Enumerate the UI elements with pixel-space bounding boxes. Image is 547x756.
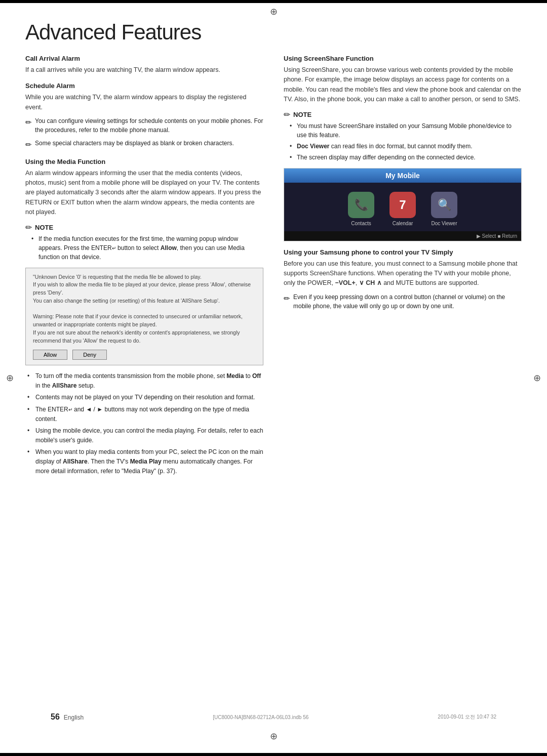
- samsung-phone-body: Before you can use this feature, you mus…: [284, 259, 522, 288]
- media-note-block: ✏ NOTE If the media function executes fo…: [25, 223, 263, 262]
- media-note-label: NOTE: [35, 224, 53, 231]
- screenshare-note-3: The screen display may differ depending …: [290, 153, 522, 162]
- call-arrival-alarm-body: If a call arrives while you are watching…: [25, 65, 263, 75]
- screenshare-note-label: NOTE: [293, 111, 311, 118]
- calendar-icon: 7: [389, 192, 416, 218]
- footer-file: [UC8000-NA]BN68-02712A-06L03.indb 56: [213, 715, 308, 720]
- footer-date: 2010-09-01 오전 10:47 32: [438, 713, 496, 721]
- mobile-icon-docviewer: 🔍 Doc Viewer: [431, 192, 457, 226]
- media-bullet-5: When you want to play media contents fro…: [27, 447, 263, 476]
- dialog-line5: Warning: Please note that if your device…: [33, 313, 256, 329]
- page-language: English: [64, 714, 84, 721]
- top-border: [0, 0, 547, 3]
- page-footer: 56 English [UC8000-NA]BN68-02712A-06L03.…: [51, 712, 496, 722]
- my-mobile-box: My Mobile 📞 Contacts 7 Calendar 🔍 Doc Vi…: [284, 168, 522, 241]
- screenshare-body: Using ScreenShare, you can browse variou…: [284, 65, 522, 105]
- dialog-buttons: Allow Deny: [33, 350, 256, 360]
- docviewer-icon: 🔍: [431, 192, 457, 218]
- left-column: Call Arrival Alarm If a call arrives whi…: [25, 55, 263, 480]
- media-bullet-3: The ENTER↵ and ◄ / ► buttons may not wor…: [27, 405, 263, 424]
- media-bullet-1: To turn off the media contents transmiss…: [27, 371, 263, 390]
- docviewer-label: Doc Viewer: [432, 221, 457, 226]
- screenshare-title: Using ScreenShare Function: [284, 55, 522, 62]
- media-note-list: If the media function executes for the f…: [25, 234, 263, 262]
- pencil-icon-2: ✏: [25, 139, 32, 151]
- content-wrapper: Advanced Features Call Arrival Alarm If …: [25, 15, 522, 731]
- screenshare-note-header: ✏ NOTE: [284, 110, 522, 119]
- schedule-alarm-body: While you are watching TV, the alarm win…: [25, 93, 263, 112]
- allow-button[interactable]: Allow: [33, 350, 67, 360]
- pencil-note-schedule-1: ✏ You can configure viewing settings for…: [25, 116, 263, 135]
- call-arrival-alarm-title: Call Arrival Alarm: [25, 55, 263, 62]
- media-bullet-4: Using the mobile device, you can control…: [27, 426, 263, 445]
- media-note-item-1: If the media function executes for the f…: [31, 234, 263, 262]
- schedule-alarm-title: Schedule Alarm: [25, 82, 263, 90]
- two-col-layout: Call Arrival Alarm If a call arrives whi…: [25, 55, 522, 480]
- pencil-icon-samsung: ✏: [284, 293, 290, 311]
- media-bullet-list: To turn off the media contents transmiss…: [25, 371, 263, 476]
- dialog-line6: If you are not sure about the network's …: [33, 329, 256, 345]
- dialog-line2: If you wish to allow the media file to b…: [33, 281, 256, 297]
- pencil-note-schedule-2-text: Some special characters may be displayed…: [35, 139, 234, 151]
- contacts-icon: 📞: [348, 192, 374, 218]
- using-media-body: An alarm window appears informing the us…: [25, 169, 263, 218]
- using-media-title: Using the Media Function: [25, 158, 263, 165]
- page-title: Advanced Features: [25, 20, 522, 45]
- page-number: 56: [51, 712, 60, 722]
- reg-mark-right: ⊕: [533, 372, 541, 384]
- note-icon-right: ✏: [284, 110, 290, 119]
- screenshare-note-list: You must have ScreenShare installed on y…: [284, 121, 522, 162]
- calendar-label: Calendar: [393, 221, 413, 226]
- screenshare-note-2: Doc Viewer can read files in doc format,…: [290, 142, 522, 151]
- screenshare-note-1: You must have ScreenShare installed on y…: [290, 121, 522, 140]
- pencil-note-schedule-1-text: You can configure viewing settings for s…: [35, 116, 263, 135]
- samsung-phone-title: Using your Samsung phone to control your…: [284, 248, 522, 256]
- dialog-line1: "Unknown Device '0' is requesting that t…: [33, 273, 256, 281]
- mobile-icon-contacts: 📞 Contacts: [348, 192, 374, 226]
- mobile-icon-calendar: 7 Calendar: [389, 192, 416, 226]
- pencil-note-schedule-2: ✏ Some special characters may be display…: [25, 139, 263, 151]
- pencil-note-samsung: ✏ Even if you keep pressing down on a co…: [284, 292, 522, 311]
- media-note-header: ✏ NOTE: [25, 223, 263, 232]
- pencil-icon-1: ✏: [25, 117, 32, 135]
- my-mobile-icons: 📞 Contacts 7 Calendar 🔍 Doc Viewer: [284, 183, 521, 231]
- right-column: Using ScreenShare Function Using ScreenS…: [284, 55, 522, 480]
- reg-mark-left: ⊕: [6, 372, 14, 384]
- screenshare-note-block: ✏ NOTE You must have ScreenShare install…: [284, 110, 522, 162]
- reg-mark-bottom: ⊕: [270, 731, 278, 742]
- media-bullet-2: Contents may not be played on your TV de…: [27, 393, 263, 402]
- dialog-box: "Unknown Device '0' is requesting that t…: [25, 268, 263, 366]
- contacts-label: Contacts: [351, 221, 371, 226]
- bottom-border: [0, 753, 547, 756]
- my-mobile-footer: ▶ Select ■ Return: [284, 231, 521, 241]
- deny-button[interactable]: Deny: [72, 350, 107, 360]
- dialog-line3: You can also change the setting (or rese…: [33, 297, 256, 305]
- my-mobile-header: My Mobile: [284, 169, 521, 183]
- pencil-note-samsung-text: Even if you keep pressing down on a cont…: [293, 292, 522, 311]
- note-icon-left: ✏: [25, 223, 32, 232]
